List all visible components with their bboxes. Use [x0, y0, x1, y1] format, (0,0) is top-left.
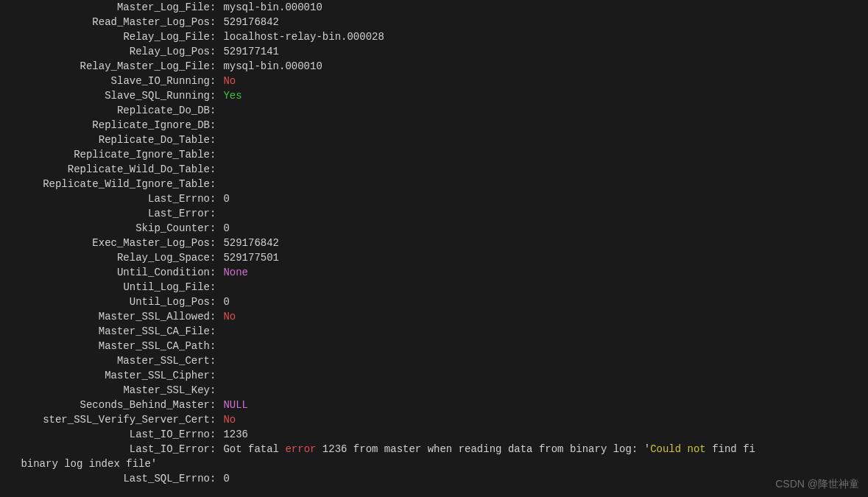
status-row: Read_Master_Log_Pos: 529176842: [0, 15, 868, 29]
status-row: Master_SSL_Cipher:: [0, 368, 868, 383]
status-row: Master_Log_File: mysql-bin.000010: [0, 0, 868, 15]
field-label: Master_SSL_Allowed: [0, 309, 210, 324]
last-io-error-value: Got fatal error 1236 from master when re…: [217, 442, 868, 457]
field-label: Relay_Log_File: [0, 29, 210, 44]
status-row: ster_SSL_Verify_Server_Cert: No: [0, 412, 868, 427]
field-value: mysql-bin.000010: [217, 59, 868, 74]
status-row: Replicate_Do_DB:: [0, 103, 868, 118]
field-label: Master_SSL_Cert: [0, 353, 210, 368]
status-row: Last_IO_Errno: 1236: [0, 427, 868, 442]
status-row: Last_SQL_Errno: 0: [0, 471, 868, 486]
status-row: Master_SSL_CA_Path:: [0, 339, 868, 353]
status-row: Master_SSL_CA_File:: [0, 324, 868, 339]
status-row: Last_Errno: 0: [0, 191, 868, 206]
status-row: Relay_Log_Space: 529177501: [0, 250, 868, 265]
terminal-output: Master_Log_File: mysql-bin.000010 Read_M…: [0, 0, 868, 486]
field-value: 1236: [217, 427, 868, 442]
status-row: Replicate_Do_Table:: [0, 133, 868, 147]
status-row: Relay_Log_File: localhost-relay-bin.0000…: [0, 29, 868, 44]
field-value: NULL: [217, 398, 868, 412]
field-value: [217, 368, 868, 383]
field-value: None: [217, 265, 868, 280]
field-label: Relay_Log_Space: [0, 250, 210, 265]
status-row: Master_SSL_Allowed: No: [0, 309, 868, 324]
last-io-error-row: Last_IO_Error: Got fatal error 1236 from…: [0, 442, 868, 457]
field-label: Master_SSL_CA_File: [0, 324, 210, 339]
status-row: Replicate_Ignore_DB:: [0, 118, 868, 133]
watermark-text: CSDN @降世神童: [775, 476, 859, 491]
field-value: Yes: [217, 88, 868, 103]
status-row: Master_SSL_Cert:: [0, 353, 868, 368]
field-value: [217, 339, 868, 353]
status-row: Exec_Master_Log_Pos: 529176842: [0, 236, 868, 250]
field-value: localhost-relay-bin.000028: [217, 29, 868, 44]
field-label: Until_Log_Pos: [0, 295, 210, 309]
field-label: Master_SSL_CA_Path: [0, 339, 210, 353]
field-label: Last_Error: [0, 206, 210, 221]
field-label: Last_IO_Errno: [0, 427, 210, 442]
field-value: mysql-bin.000010: [217, 0, 868, 15]
field-value: [217, 280, 868, 295]
field-value: [217, 162, 868, 177]
status-row: Replicate_Ignore_Table:: [0, 147, 868, 162]
status-row: Seconds_Behind_Master: NULL: [0, 398, 868, 412]
field-label: Replicate_Ignore_DB: [0, 118, 210, 133]
field-label: Master_SSL_Key: [0, 383, 210, 398]
field-label: Relay_Master_Log_File: [0, 59, 210, 74]
field-label: Seconds_Behind_Master: [0, 398, 210, 412]
field-value: 0: [217, 191, 868, 206]
status-row: Slave_IO_Running: No: [0, 74, 868, 88]
field-label: Replicate_Wild_Ignore_Table: [0, 177, 210, 191]
status-row: Until_Condition: None: [0, 265, 868, 280]
field-value: 0: [217, 471, 868, 486]
field-label: Exec_Master_Log_Pos: [0, 236, 210, 250]
field-label: Until_Log_File: [0, 280, 210, 295]
field-label: Last_Errno: [0, 191, 210, 206]
status-row: Relay_Log_Pos: 529177141: [0, 44, 868, 59]
field-label: Slave_SQL_Running: [0, 88, 210, 103]
status-row: Replicate_Wild_Ignore_Table:: [0, 177, 868, 191]
status-row: Slave_SQL_Running: Yes: [0, 88, 868, 103]
field-label: Replicate_Do_Table: [0, 133, 210, 147]
field-label: Read_Master_Log_Pos: [0, 15, 210, 29]
field-label: Replicate_Ignore_Table: [0, 147, 210, 162]
field-value: [217, 353, 868, 368]
field-value: No: [217, 412, 868, 427]
field-value: [217, 147, 868, 162]
field-value: [217, 177, 868, 191]
field-label: Skip_Counter: [0, 221, 210, 236]
status-row: Until_Log_Pos: 0: [0, 295, 868, 309]
field-value: 529176842: [217, 236, 868, 250]
status-row: Replicate_Wild_Do_Table:: [0, 162, 868, 177]
field-value: 0: [217, 295, 868, 309]
field-value: [217, 324, 868, 339]
field-label: Last_SQL_Errno: [0, 471, 210, 486]
field-value: [217, 206, 868, 221]
status-row: Until_Log_File:: [0, 280, 868, 295]
last-io-error-wrap: binary log index file': [0, 457, 868, 471]
field-value: [217, 118, 868, 133]
field-value: 0: [217, 221, 868, 236]
status-row: Skip_Counter: 0: [0, 221, 868, 236]
field-value: [217, 383, 868, 398]
status-row: Master_SSL_Key:: [0, 383, 868, 398]
field-label: Slave_IO_Running: [0, 74, 210, 88]
field-value: [217, 103, 868, 118]
field-label: Until_Condition: [0, 265, 210, 280]
field-value: [217, 133, 868, 147]
field-value: 529177141: [217, 44, 868, 59]
status-row: Last_Error:: [0, 206, 868, 221]
field-label: Master_SSL_Cipher: [0, 368, 210, 383]
field-value: No: [217, 74, 868, 88]
field-value: No: [217, 309, 868, 324]
field-value: 529177501: [217, 250, 868, 265]
status-row: Relay_Master_Log_File: mysql-bin.000010: [0, 59, 868, 74]
field-label: Replicate_Wild_Do_Table: [0, 162, 210, 177]
field-label: Master_Log_File: [0, 0, 210, 15]
field-label: Relay_Log_Pos: [0, 44, 210, 59]
field-label: ster_SSL_Verify_Server_Cert: [0, 412, 210, 427]
field-label: Last_IO_Error: [0, 442, 210, 457]
field-label: Replicate_Do_DB: [0, 103, 210, 118]
field-value: 529176842: [217, 15, 868, 29]
